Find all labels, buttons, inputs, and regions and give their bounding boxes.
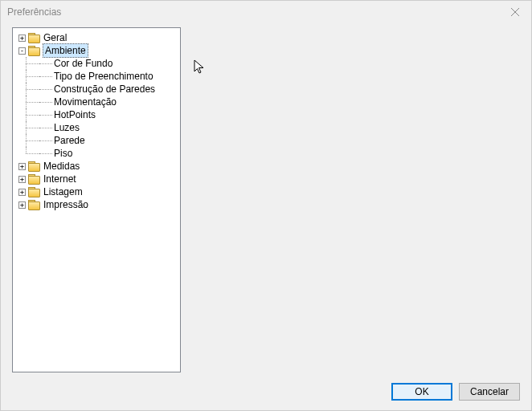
- folder-icon: [28, 33, 40, 43]
- tree-node-impressao[interactable]: + Impressão: [14, 198, 178, 211]
- tree-label: Construção de Paredes: [54, 83, 155, 96]
- close-icon: [511, 8, 519, 16]
- tree-label: Parede: [54, 134, 85, 147]
- cancel-button[interactable]: Cancelar: [459, 383, 520, 401]
- folder-open-icon: [28, 46, 40, 55]
- window-title: Preferências: [7, 6, 61, 18]
- tree-label: Internet: [43, 173, 76, 185]
- expand-icon[interactable]: +: [18, 35, 26, 42]
- titlebar: Preferências: [1, 1, 531, 23]
- tree-label: Ambiente: [43, 43, 88, 58]
- tree-leaf[interactable]: Luzes: [14, 121, 178, 134]
- tree-label: Listagem: [43, 185, 83, 198]
- tree-leaf[interactable]: Movimentação: [14, 96, 178, 108]
- tree-leaf[interactable]: Construção de Paredes: [14, 83, 178, 96]
- folder-icon: [28, 174, 40, 184]
- expand-icon[interactable]: +: [18, 189, 26, 196]
- tree-node-ambiente[interactable]: - Ambiente: [14, 44, 178, 57]
- folder-icon: [28, 187, 40, 197]
- tree-label: Luzes: [54, 121, 80, 134]
- tree-label: Cor de Fundo: [54, 57, 113, 70]
- tree-label: Tipo de Preenchimento: [54, 70, 153, 83]
- ok-button[interactable]: OK: [391, 383, 452, 401]
- expand-icon[interactable]: +: [18, 176, 26, 183]
- folder-icon: [28, 200, 40, 210]
- tree-node-medidas[interactable]: + Medidas: [14, 160, 178, 173]
- tree-node-internet[interactable]: + Internet: [14, 173, 178, 185]
- tree-label: Impressão: [43, 198, 88, 211]
- close-button[interactable]: [499, 1, 531, 23]
- tree-node-listagem[interactable]: + Listagem: [14, 185, 178, 198]
- tree-label: Geral: [43, 31, 67, 44]
- collapse-icon[interactable]: -: [18, 47, 26, 55]
- tree-label: HotPoints: [54, 108, 96, 121]
- tree-leaf[interactable]: Piso: [14, 147, 178, 160]
- tree-leaf[interactable]: HotPoints: [14, 108, 178, 121]
- tree-label: Movimentação: [54, 96, 117, 108]
- tree-leaf[interactable]: Cor de Fundo: [14, 57, 178, 70]
- tree-label: Piso: [54, 147, 72, 160]
- tree-panel: + Geral - Ambiente Cor de Fundo Tipo de …: [12, 27, 181, 372]
- tree-label: Medidas: [43, 160, 80, 173]
- dialog-buttons: OK Cancelar: [391, 383, 520, 401]
- tree-leaf[interactable]: Tipo de Preenchimento: [14, 70, 178, 83]
- cursor-icon: [194, 59, 207, 75]
- expand-icon[interactable]: +: [18, 201, 26, 209]
- expand-icon[interactable]: +: [18, 163, 26, 170]
- folder-icon: [28, 161, 40, 171]
- tree-leaf[interactable]: Parede: [14, 134, 178, 147]
- tree-node-geral[interactable]: + Geral: [14, 31, 178, 44]
